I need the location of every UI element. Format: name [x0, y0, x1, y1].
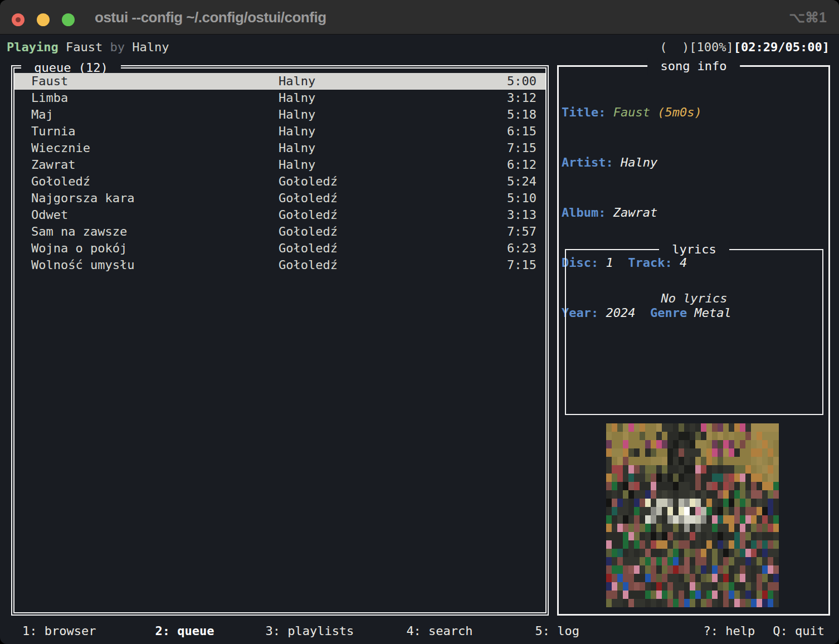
tab-queue[interactable]: 2: queue	[155, 618, 214, 644]
playing-song-title: Faust	[66, 40, 103, 54]
queue-row-duration: 7:15	[507, 257, 536, 274]
queue-row-title: Sam na zawsze	[31, 223, 279, 240]
queue-row-artist: Gołoledź	[279, 223, 507, 240]
mode-flags: ( )	[660, 40, 689, 54]
queue-row-duration: 3:13	[507, 207, 536, 223]
window-shortcut-badge: ⌥⌘1	[789, 0, 827, 35]
by-label: by	[110, 40, 125, 54]
close-button[interactable]	[12, 13, 25, 26]
queue-row-artist: Halny	[279, 90, 507, 106]
queue-row-duration: 7:15	[507, 140, 536, 157]
tab-?-help[interactable]: ?: help	[704, 618, 755, 644]
queue-panel: queue (12) FaustHalny5:00LimbaHalny3:12M…	[11, 65, 549, 616]
minimize-button[interactable]	[37, 13, 50, 26]
queue-row-artist: Halny	[279, 123, 507, 140]
now-playing-status: Playing Faust by Halny	[7, 40, 169, 54]
queue-row-artist: Halny	[279, 157, 507, 173]
queue-row[interactable]: Sam na zawszeGołoledź7:57	[14, 223, 545, 240]
queue-row-title: Gołoledź	[31, 173, 279, 190]
queue-row-duration: 7:57	[507, 223, 536, 240]
song-info-album-line: Album: Zawrat	[562, 204, 825, 221]
queue-row[interactable]: GołoledźGołoledź5:24	[14, 173, 545, 190]
window-titlebar: ostui --config ~/.config/ostui/config ⌥⌘…	[0, 0, 839, 35]
zoom-button[interactable]	[62, 13, 75, 26]
queue-row[interactable]: OdwetGołoledź3:13	[14, 207, 545, 223]
queue-row[interactable]: MajHalny5:18	[14, 106, 545, 123]
lyrics-panel-title: lyrics	[659, 241, 729, 258]
queue-row-artist: Halny	[279, 73, 507, 90]
queue-row-artist: Gołoledź	[279, 173, 507, 190]
queue-row[interactable]: Wolność umysłuGołoledź7:15	[14, 257, 545, 274]
tab-bar: 1: browser2: queue3: playlists4: search5…	[0, 618, 839, 644]
queue-row[interactable]: Wojna o pokójGołoledź6:23	[14, 240, 545, 257]
queue-row-title: Faust	[31, 73, 279, 90]
queue-row[interactable]: TurniaHalny6:15	[14, 123, 545, 140]
queue-row-title: Zawrat	[31, 157, 279, 173]
queue-row-artist: Gołoledź	[279, 190, 507, 207]
queue-row-title: Wojna o pokój	[31, 240, 279, 257]
queue-row-title: Odwet	[31, 207, 279, 223]
queue-row-title: Maj	[31, 106, 279, 123]
volume-indicator: [100%]	[689, 40, 733, 54]
queue-row-title: Wolność umysłu	[31, 257, 279, 274]
queue-row-duration: 6:12	[507, 157, 536, 173]
album-art-image	[606, 423, 779, 607]
playing-artist: Halny	[132, 40, 169, 54]
terminal-window: ostui --config ~/.config/ostui/config ⌥⌘…	[0, 0, 839, 644]
queue-row-title: Wiecznie	[31, 140, 279, 157]
song-info-title-line: Title: Faust (5m0s)	[562, 104, 825, 121]
queue-row-duration: 5:00	[507, 73, 536, 90]
queue-row-duration: 6:23	[507, 240, 536, 257]
tab-log[interactable]: 5: log	[535, 618, 579, 644]
time-indicator: [02:29/05:00]	[734, 40, 830, 54]
tab-browser[interactable]: 1: browser	[22, 618, 96, 644]
status-line: Playing Faust by Halny ( )[100%][02:29/0…	[0, 35, 839, 59]
queue-list: FaustHalny5:00LimbaHalny3:12MajHalny5:18…	[14, 69, 545, 612]
traffic-lights	[12, 13, 75, 26]
album-label: Album:	[562, 206, 606, 219]
title-label: Title:	[562, 105, 606, 119]
queue-row-duration: 6:15	[507, 123, 536, 140]
queue-row[interactable]: ZawratHalny6:12	[14, 157, 545, 173]
tab-q-quit[interactable]: Q: quit	[773, 618, 825, 644]
queue-row-artist: Gołoledź	[279, 207, 507, 223]
queue-row-title: Turnia	[31, 123, 279, 140]
title-duration: (5m0s)	[657, 105, 701, 119]
tab-playlists[interactable]: 3: playlists	[265, 618, 354, 644]
queue-row-artist: Gołoledź	[279, 257, 507, 274]
lyrics-empty-text: No lyrics	[566, 291, 822, 305]
queue-row-title: Najgorsza kara	[31, 190, 279, 207]
queue-row-artist: Halny	[279, 140, 507, 157]
queue-row-duration: 3:12	[507, 90, 536, 106]
playback-indicators: ( )[100%][02:29/05:00]	[660, 40, 830, 54]
artist-label: Artist:	[562, 155, 613, 169]
song-info-artist-line: Artist: Halny	[562, 154, 825, 171]
queue-row[interactable]: WiecznieHalny7:15	[14, 140, 545, 157]
queue-row[interactable]: Najgorsza karaGołoledź5:10	[14, 190, 545, 207]
queue-row-title: Limba	[31, 90, 279, 106]
title-value: Faust	[613, 105, 650, 119]
playing-state-label: Playing	[7, 40, 58, 54]
album-value: Zawrat	[613, 206, 657, 219]
lyrics-panel: lyrics No lyrics	[565, 249, 823, 415]
queue-row-duration: 5:18	[507, 106, 536, 123]
song-info-panel: song info Title: Faust (5m0s) Artist: Ha…	[557, 65, 830, 616]
queue-row-artist: Gołoledź	[279, 240, 507, 257]
queue-row-duration: 5:10	[507, 190, 536, 207]
queue-row[interactable]: LimbaHalny3:12	[14, 90, 545, 106]
queue-row-artist: Halny	[279, 106, 507, 123]
queue-row-duration: 5:24	[507, 173, 536, 190]
tab-search[interactable]: 4: search	[406, 618, 472, 644]
window-title: ostui --config ~/.config/ostui/config	[95, 0, 326, 35]
queue-row[interactable]: FaustHalny5:00	[14, 73, 545, 90]
artist-value: Halny	[621, 155, 657, 169]
